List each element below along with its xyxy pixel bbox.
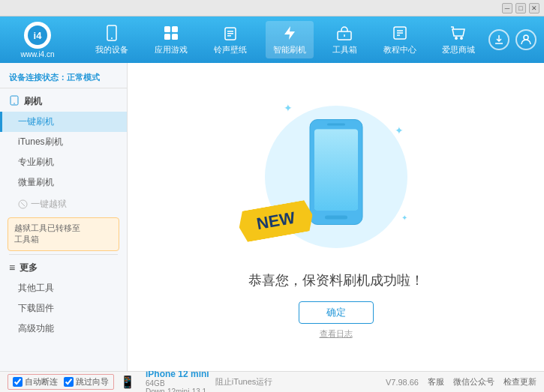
logo-icon: i4 bbox=[24, 22, 51, 49]
main-layout: 设备连接状态：正常模式 刷机 一键刷机 iTunes刷机 专业刷机 微量刷机 bbox=[0, 63, 544, 371]
svg-rect-11 bbox=[227, 35, 231, 37]
svg-rect-10 bbox=[227, 33, 233, 34]
store-icon bbox=[449, 24, 467, 42]
my-device-icon bbox=[103, 24, 121, 42]
svg-rect-4 bbox=[164, 26, 170, 32]
svg-point-20 bbox=[524, 35, 528, 40]
bottom-bar: 自动断连 跳过向导 📱 iPhone 12 mini 64GB Down-12m… bbox=[0, 371, 544, 392]
log-link[interactable]: 查看日志 bbox=[320, 328, 353, 340]
close-button[interactable]: ✕ bbox=[529, 3, 539, 13]
sparkle-2: ✦ bbox=[395, 124, 404, 136]
skip-wizard-label: 跳过向导 bbox=[76, 376, 109, 388]
flash-section-title: 刷机 bbox=[0, 91, 127, 112]
more-section: ≡ 更多 其他工具 下载固件 高级功能 bbox=[0, 258, 127, 339]
flash-section-label: 刷机 bbox=[24, 95, 42, 108]
device-info: iPhone 12 mini 64GB Down-12mini-13,1 bbox=[146, 369, 209, 393]
itunes-status-label: 阻止iTunes运行 bbox=[215, 376, 273, 388]
tutorials-icon bbox=[391, 24, 409, 42]
svg-rect-28 bbox=[327, 124, 345, 126]
svg-rect-27 bbox=[325, 216, 347, 220]
nav-store-label: 爱思商城 bbox=[442, 44, 475, 55]
svg-rect-5 bbox=[172, 26, 178, 32]
sidebar-item-other-tools[interactable]: 其他工具 bbox=[0, 278, 127, 298]
more-section-title: ≡ 更多 bbox=[0, 258, 127, 278]
svg-point-22 bbox=[14, 103, 15, 104]
device-phone-icon: 📱 bbox=[120, 375, 135, 389]
advanced-label: 高级功能 bbox=[18, 323, 54, 334]
nav-tutorials[interactable]: 教程中心 bbox=[376, 21, 424, 58]
sidebar-item-advanced[interactable]: 高级功能 bbox=[0, 319, 127, 339]
user-button[interactable] bbox=[515, 29, 536, 50]
jailbreak-notice: 越狱工具已转移至工具箱 bbox=[8, 217, 119, 251]
status-value: 正常模式 bbox=[67, 73, 100, 82]
sidebar-item-downgrade-flash[interactable]: 微量刷机 bbox=[0, 172, 127, 193]
customer-service-link[interactable]: 客服 bbox=[428, 376, 444, 388]
download-firmware-label: 下载固件 bbox=[18, 303, 54, 313]
sidebar-item-one-click-flash[interactable]: 一键刷机 bbox=[0, 112, 127, 132]
smart-flash-icon bbox=[281, 24, 299, 42]
svg-rect-29 bbox=[314, 130, 358, 211]
auto-close-checkbox[interactable]: 自动断连 bbox=[13, 376, 58, 388]
nav-store[interactable]: 爱思商城 bbox=[434, 21, 482, 58]
skip-wizard-input[interactable] bbox=[64, 377, 74, 387]
itunes-flash-label: iTunes刷机 bbox=[18, 136, 63, 147]
check-update-link[interactable]: 检查更新 bbox=[503, 376, 536, 388]
success-title: 恭喜您，保资料刷机成功啦！ bbox=[248, 271, 424, 289]
title-bar: ─ □ ✕ bbox=[0, 0, 544, 16]
svg-rect-9 bbox=[227, 31, 233, 32]
auto-close-label: 自动断连 bbox=[25, 376, 58, 388]
status-label: 设备连接状态： bbox=[9, 73, 67, 82]
nav-toolbox[interactable]: 工具箱 bbox=[325, 21, 365, 58]
logo-area: i4 www.i4.cn bbox=[8, 22, 68, 58]
nav-tutorials-label: 教程中心 bbox=[383, 44, 416, 55]
svg-point-3 bbox=[111, 37, 113, 39]
window-controls: ─ □ ✕ bbox=[502, 3, 539, 13]
nav-ringtones-label: 铃声壁纸 bbox=[214, 44, 247, 55]
other-tools-label: 其他工具 bbox=[18, 283, 54, 293]
flash-section-icon bbox=[9, 95, 20, 108]
sidebar-item-pro-flash[interactable]: 专业刷机 bbox=[0, 152, 127, 172]
nav-toolbox-label: 工具箱 bbox=[332, 44, 357, 55]
nav-my-device-label: 我的设备 bbox=[95, 44, 128, 55]
auto-close-input[interactable] bbox=[13, 377, 23, 387]
svg-line-24 bbox=[21, 202, 25, 206]
ringtones-icon bbox=[221, 24, 239, 42]
content-area: NEW ✦ ✦ ✦ 恭喜您，保资料刷机成功啦！ 确定 查看日志 bbox=[128, 63, 544, 371]
more-section-label: 更多 bbox=[20, 262, 38, 274]
svg-point-19 bbox=[461, 37, 462, 39]
nav-apps-games[interactable]: 应用游戏 bbox=[147, 21, 195, 58]
wechat-link[interactable]: 微信公众号 bbox=[453, 376, 494, 388]
sidebar: 设备连接状态：正常模式 刷机 一键刷机 iTunes刷机 专业刷机 微量刷机 bbox=[0, 63, 128, 371]
nav-ringtones[interactable]: 铃声壁纸 bbox=[206, 21, 254, 58]
itunes-status: 阻止iTunes运行 bbox=[215, 376, 273, 388]
maximize-button[interactable]: □ bbox=[515, 3, 526, 13]
logo-text: www.i4.cn bbox=[20, 50, 54, 58]
sidebar-item-download-firmware[interactable]: 下载固件 bbox=[0, 298, 127, 319]
apps-games-icon bbox=[162, 24, 180, 42]
one-click-flash-label: 一键刷机 bbox=[18, 116, 54, 127]
sidebar-item-itunes-flash[interactable]: iTunes刷机 bbox=[0, 132, 127, 152]
downgrade-flash-label: 微量刷机 bbox=[18, 177, 54, 187]
jailbreak-section: 一键越狱 越狱工具已转移至工具箱 bbox=[0, 194, 127, 251]
toolbox-icon bbox=[335, 24, 353, 42]
nav-my-device[interactable]: 我的设备 bbox=[88, 21, 136, 58]
nav-smart-flash[interactable]: 智能刷机 bbox=[266, 21, 314, 58]
version-text: V7.98.66 bbox=[386, 378, 419, 387]
success-illustration: NEW ✦ ✦ ✦ bbox=[261, 94, 411, 259]
nav-apps-games-label: 应用游戏 bbox=[155, 44, 188, 55]
minimize-button[interactable]: ─ bbox=[502, 3, 512, 13]
device-status: 设备连接状态：正常模式 bbox=[0, 67, 127, 88]
svg-rect-6 bbox=[164, 34, 170, 40]
sidebar-divider bbox=[9, 254, 118, 255]
checkbox-group: 自动断连 跳过向导 bbox=[8, 374, 114, 390]
jailbreak-section-title: 一键越狱 bbox=[0, 194, 127, 214]
pro-flash-label: 专业刷机 bbox=[18, 157, 54, 167]
bottom-right: V7.98.66 客服 微信公众号 检查更新 bbox=[386, 376, 536, 388]
confirm-button[interactable]: 确定 bbox=[299, 301, 374, 324]
download-button[interactable] bbox=[488, 29, 509, 50]
device-model: Down-12mini-13,1 bbox=[146, 388, 209, 393]
top-nav: i4 www.i4.cn 我的设备 应用游戏 铃声壁纸 bbox=[0, 16, 544, 63]
sparkle-3: ✦ bbox=[401, 214, 407, 222]
skip-wizard-checkbox[interactable]: 跳过向导 bbox=[64, 376, 109, 388]
nav-smart-flash-label: 智能刷机 bbox=[273, 44, 306, 55]
